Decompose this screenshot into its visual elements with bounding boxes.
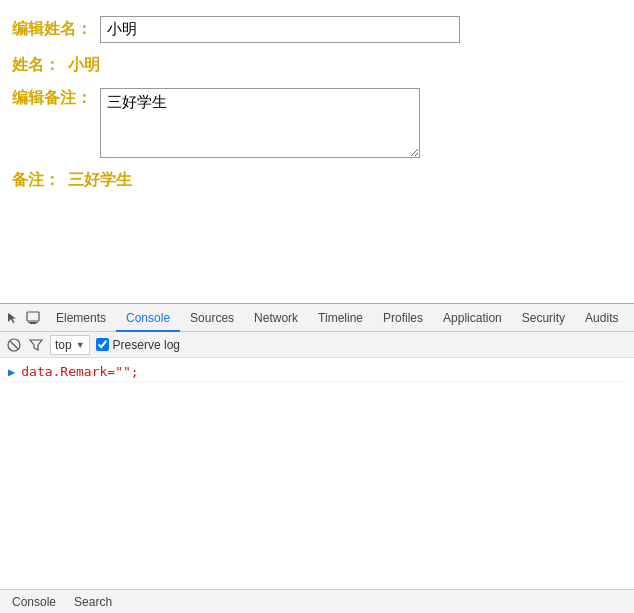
- main-content: 编辑姓名： 姓名： 小明 编辑备注： 三好学生 备注： 三好学生: [0, 0, 634, 219]
- name-edit-label: 编辑姓名：: [12, 19, 92, 40]
- name-edit-row: 编辑姓名：: [12, 16, 622, 43]
- name-display-label: 姓名：: [12, 55, 60, 76]
- name-display-value: 小明: [68, 55, 100, 76]
- name-display-row: 姓名： 小明: [12, 55, 622, 76]
- remark-display-row: 备注： 三好学生: [12, 170, 622, 191]
- remark-edit-row: 编辑备注： 三好学生: [12, 88, 622, 158]
- remark-edit-label: 编辑备注：: [12, 88, 92, 109]
- remark-display-label: 备注：: [12, 170, 60, 191]
- remark-display-value: 三好学生: [68, 170, 132, 191]
- name-input[interactable]: [100, 16, 460, 43]
- remark-textarea[interactable]: 三好学生: [100, 88, 420, 158]
